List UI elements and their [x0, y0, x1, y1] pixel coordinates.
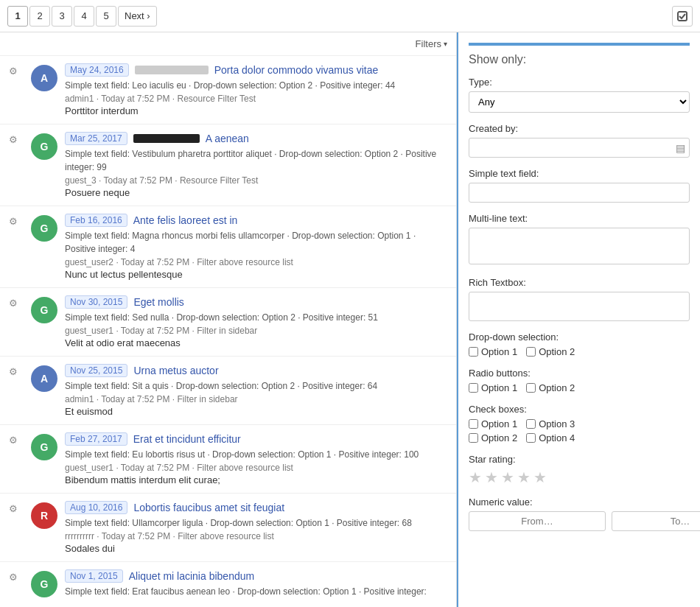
- cb-option3-checkbox[interactable]: [526, 419, 536, 429]
- rich-textbox-input[interactable]: [469, 292, 690, 321]
- star-2[interactable]: ★: [485, 469, 498, 486]
- page-5-button[interactable]: 5: [96, 6, 116, 27]
- item-header: Feb 27, 2017 Erat et tincidunt efficitur: [65, 432, 447, 446]
- calendar-icon: ▤: [676, 142, 685, 154]
- type-filter-section: Type: Any Option A Option B: [469, 77, 690, 113]
- filters-button[interactable]: Filters ▾: [416, 38, 447, 49]
- cb-option4-label: Option 4: [539, 432, 575, 443]
- list-item: ⚙ A May 24, 2016 Porta dolor commodo viv…: [0, 56, 456, 124]
- cb-option4-item[interactable]: Option 4: [526, 432, 575, 443]
- radio-label: Radio buttons:: [469, 368, 690, 379]
- created-by-section: Created by: ▤: [469, 123, 690, 158]
- dropdown-option1-item[interactable]: Option 1: [469, 346, 517, 357]
- cb-option2-checkbox[interactable]: [469, 433, 478, 443]
- list-item: ⚙ G Feb 27, 2017 Erat et tincidunt effic…: [0, 425, 456, 494]
- dropdown-option1-checkbox[interactable]: [469, 347, 478, 357]
- numeric-row: [469, 511, 690, 531]
- rich-textbox-section: Rich Textbox:: [469, 277, 690, 321]
- item-date: Nov 25, 2015: [65, 364, 127, 377]
- svg-rect-0: [678, 12, 687, 21]
- radio-option1-checkbox[interactable]: [469, 383, 478, 393]
- cb-option2-label: Option 2: [481, 432, 517, 443]
- radio-group: Option 1 Option 2: [469, 382, 690, 393]
- item-meta: Simple text field: Sit a quis · Drop-dow…: [65, 379, 447, 393]
- item-extra: Sodales dui: [65, 543, 447, 554]
- cb-option1-item[interactable]: Option 1: [469, 418, 517, 429]
- gear-icon[interactable]: ⚙: [9, 503, 24, 518]
- star-5[interactable]: ★: [533, 469, 547, 486]
- item-content: Mar 25, 2017 A aenean Simple text field:…: [65, 132, 447, 198]
- gear-icon[interactable]: ⚙: [9, 366, 24, 381]
- avatar: G: [31, 434, 57, 460]
- cb-option3-item[interactable]: Option 3: [526, 418, 575, 429]
- item-meta: Simple text field: Sed nulla · Drop-down…: [65, 311, 447, 324]
- page-4-button[interactable]: 4: [74, 6, 94, 27]
- list-item: ⚙ A Nov 25, 2015 Urna metus auctor Simpl…: [0, 357, 456, 425]
- checkboxes-row2: Option 2 Option 4: [469, 432, 690, 443]
- item-title[interactable]: Porta dolor commodo vivamus vitae: [214, 64, 379, 76]
- item-title[interactable]: Urna metus auctor: [133, 365, 218, 376]
- simple-text-input[interactable]: [469, 183, 690, 203]
- item-title[interactable]: Ante felis laoreet est in: [133, 214, 238, 226]
- item-extra: Et euismod: [65, 406, 447, 417]
- cb-option4-checkbox[interactable]: [526, 433, 536, 443]
- filters-label: Filters: [416, 38, 441, 49]
- item-title[interactable]: Aliquet mi lacinia bibendum: [129, 570, 254, 582]
- cb-option1-checkbox[interactable]: [469, 419, 478, 429]
- item-title[interactable]: Erat et tincidunt efficitur: [133, 433, 241, 445]
- item-title[interactable]: A aenean: [206, 133, 249, 144]
- list-item: ⚙ G Nov 30, 2015 Eget mollis Simple text…: [0, 288, 456, 357]
- item-info: admin1 · Today at 7:52 PM · Filter in si…: [65, 394, 447, 404]
- created-by-input-wrapper: ▤: [469, 138, 690, 158]
- next-page-button[interactable]: Next ›: [118, 6, 157, 27]
- radio-option1-label: Option 1: [481, 382, 517, 393]
- page-2-button[interactable]: 2: [29, 6, 50, 27]
- type-label: Type:: [469, 77, 690, 88]
- simple-text-section: Simple text field:: [469, 168, 690, 203]
- star-3[interactable]: ★: [501, 469, 514, 486]
- item-bar: [133, 134, 200, 143]
- star-rating-label: Star rating:: [469, 454, 690, 465]
- item-date: May 24, 2016: [65, 63, 129, 77]
- item-title[interactable]: Eget mollis: [133, 296, 183, 308]
- star-4[interactable]: ★: [517, 469, 531, 486]
- radio-option2-item[interactable]: Option 2: [526, 382, 575, 393]
- dropdown-option2-item[interactable]: Option 2: [526, 346, 575, 357]
- multi-line-input[interactable]: [469, 228, 690, 264]
- gear-icon[interactable]: ⚙: [9, 216, 24, 231]
- radio-option1-item[interactable]: Option 1: [469, 382, 517, 393]
- item-title[interactable]: Lobortis faucibus amet sit feugiat: [133, 502, 284, 513]
- list-item: ⚙ G Feb 16, 2016 Ante felis laoreet est …: [0, 206, 456, 288]
- created-by-input[interactable]: [469, 138, 690, 158]
- gear-icon[interactable]: ⚙: [9, 298, 24, 312]
- item-header: May 24, 2016 Porta dolor commodo vivamus…: [65, 63, 447, 77]
- gear-icon[interactable]: ⚙: [9, 134, 24, 149]
- page-3-button[interactable]: 3: [52, 6, 72, 27]
- item-date: Nov 1, 2015: [65, 569, 123, 583]
- item-content: Nov 30, 2015 Eget mollis Simple text fie…: [65, 295, 447, 348]
- numeric-label: Numeric value:: [469, 497, 690, 508]
- page-1-button[interactable]: 1: [7, 6, 28, 27]
- gear-icon[interactable]: ⚙: [9, 66, 24, 80]
- item-header: Feb 16, 2016 Ante felis laoreet est in: [65, 214, 447, 227]
- numeric-to-input[interactable]: [612, 511, 700, 531]
- dropdown-option2-checkbox[interactable]: [526, 347, 536, 357]
- item-meta: Simple text field: Leo iaculis eu · Drop…: [65, 79, 447, 92]
- avatar: R: [31, 502, 57, 529]
- numeric-from-input[interactable]: [469, 511, 606, 531]
- gear-icon[interactable]: ⚙: [9, 572, 24, 586]
- item-meta: Simple text field: Eu lobortis risus ut …: [65, 448, 447, 461]
- item-date: Mar 25, 2017: [65, 132, 127, 145]
- star-1[interactable]: ★: [469, 469, 482, 486]
- cb-option2-item[interactable]: Option 2: [469, 432, 517, 443]
- rich-textbox-label: Rich Textbox:: [469, 277, 690, 288]
- item-date: Feb 16, 2016: [65, 214, 127, 227]
- radio-option2-checkbox[interactable]: [526, 383, 536, 393]
- cb-option1-label: Option 1: [481, 418, 517, 429]
- type-select[interactable]: Any Option A Option B: [469, 91, 690, 113]
- item-meta: Simple text field: Ullamcorper ligula · …: [65, 516, 447, 530]
- item-header: Aug 10, 2016 Lobortis faucibus amet sit …: [65, 501, 447, 514]
- gear-icon[interactable]: ⚙: [9, 435, 24, 449]
- select-all-checkbox[interactable]: [672, 6, 693, 27]
- item-info: admin1 · Today at 7:52 PM · Resource Fil…: [65, 94, 447, 104]
